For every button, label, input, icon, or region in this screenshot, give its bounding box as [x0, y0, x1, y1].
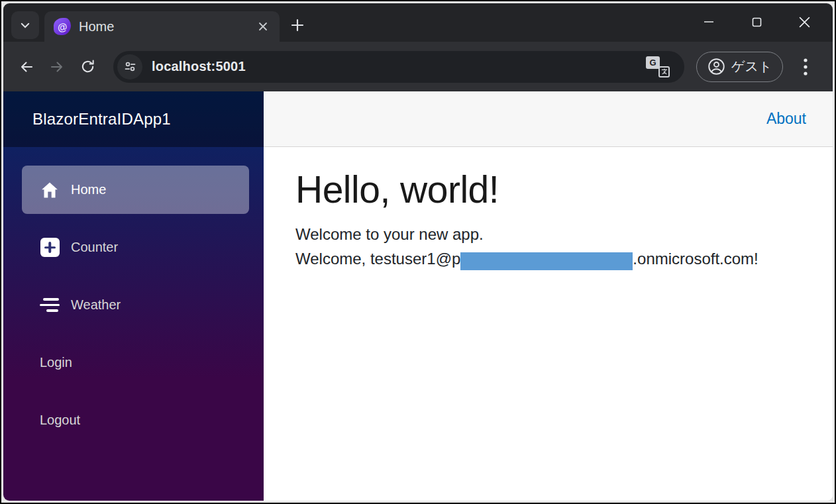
browser-toolbar: localhost:5001 G ゲスト [3, 42, 833, 91]
user-welcome-prefix: Welcome, testuser1@p [295, 250, 460, 268]
tab-search-button[interactable] [11, 11, 39, 39]
translate-icon: G [646, 56, 660, 69]
forward-button[interactable] [42, 52, 72, 82]
tune-icon [123, 60, 137, 74]
url-text: localhost:5001 [152, 59, 646, 74]
sidebar-item-label: Home [71, 182, 106, 197]
sidebar-item-label: Logout [40, 413, 80, 428]
maximize-icon [752, 17, 762, 27]
sidebar-item-logout[interactable]: Logout [22, 396, 249, 444]
tab-home[interactable]: Home [44, 11, 280, 42]
back-arrow-icon [19, 59, 34, 75]
translate-glyph-icon [658, 66, 670, 77]
address-bar[interactable]: localhost:5001 G [113, 51, 684, 83]
minimize-icon [704, 17, 714, 27]
sidebar-item-counter[interactable]: Counter [22, 223, 249, 272]
house-icon [40, 180, 60, 200]
guest-avatar-icon [707, 58, 725, 76]
welcome-text: Welcome to your new app. [295, 222, 801, 246]
sidebar: BlazorEntraIDApp1 Home Counter Weather [3, 91, 264, 501]
sidebar-item-home[interactable]: Home [22, 166, 249, 214]
about-link[interactable]: About [766, 110, 806, 128]
plus-icon [291, 19, 304, 32]
site-settings-button[interactable] [117, 54, 142, 79]
page-title: Hello, world! [295, 169, 801, 211]
maximize-button[interactable] [744, 9, 769, 34]
main-content: Hello, world! Welcome to your new app. W… [264, 147, 833, 293]
sidebar-item-label: Weather [71, 297, 121, 313]
app-brand[interactable]: BlazorEntraIDApp1 [32, 110, 171, 128]
top-row: About [264, 91, 833, 147]
close-icon [258, 22, 268, 31]
close-window-button[interactable] [792, 9, 817, 34]
tab-title: Home [79, 19, 254, 34]
sidebar-item-weather[interactable]: Weather [22, 281, 249, 329]
user-welcome-line: Welcome, testuser1@p.onmicrosoft.com! [295, 246, 801, 271]
profile-label: ゲスト [731, 58, 772, 76]
new-tab-button[interactable] [284, 11, 311, 39]
translate-button[interactable]: G [646, 56, 670, 77]
kebab-menu-icon [804, 58, 808, 76]
browser-menu-button[interactable] [792, 52, 819, 82]
close-icon [799, 17, 810, 28]
window-controls [696, 7, 826, 36]
forward-arrow-icon [49, 59, 65, 75]
browser-window: Home [3, 3, 833, 501]
app-page: BlazorEntraIDApp1 Home Counter Weather [3, 91, 833, 501]
sidebar-item-label: Counter [71, 240, 118, 255]
nav-menu: Home Counter Weather Login Logout [3, 147, 264, 454]
plus-square-icon [40, 238, 60, 258]
brand-row: BlazorEntraIDApp1 [3, 91, 264, 147]
sidebar-item-label: Login [40, 355, 72, 370]
minimize-button[interactable] [696, 9, 721, 34]
reload-button[interactable] [72, 52, 103, 82]
back-button[interactable] [11, 52, 42, 82]
tab-strip: Home [3, 3, 833, 42]
content-column: About Hello, world! Welcome to your new … [264, 91, 833, 501]
blazor-favicon-icon [54, 18, 71, 35]
user-welcome-suffix: .onmicrosoft.com! [633, 250, 758, 268]
screenshot-frame: Home [0, 0, 836, 504]
tab-close-button[interactable] [254, 18, 272, 35]
reload-icon [80, 59, 95, 74]
sidebar-item-login[interactable]: Login [22, 338, 249, 387]
kanji-stroke-icon [661, 68, 668, 75]
chevron-down-icon [19, 19, 31, 31]
redaction-overlay [460, 252, 633, 270]
profile-button[interactable]: ゲスト [696, 52, 783, 82]
list-icon [40, 295, 60, 315]
